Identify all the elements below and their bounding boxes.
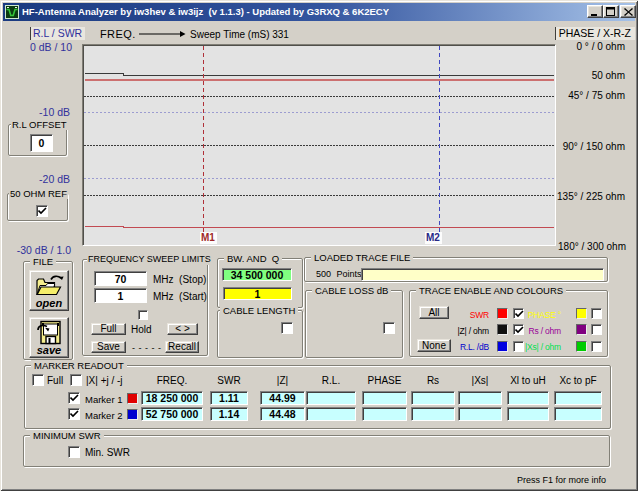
trace-file-input[interactable] xyxy=(361,268,604,281)
loaded-trace-title: LOADED TRACE FILE xyxy=(311,252,413,263)
trace--z-ohm xyxy=(85,73,119,74)
marker1-xc xyxy=(554,391,602,405)
trace-checkbox-phase[interactable] xyxy=(591,308,602,319)
marker1-freq: 18 250 000 xyxy=(141,391,203,405)
trace-swatch-xs[interactable] xyxy=(576,341,587,352)
left-axis-top-label: 0 dB / 10 xyxy=(30,41,72,53)
rl-offset-input[interactable]: 0 xyxy=(30,134,53,152)
marker2-freq: 52 750 000 xyxy=(141,407,203,421)
recall-button[interactable]: Recall xyxy=(165,341,199,353)
marker-full-checkbox[interactable] xyxy=(32,374,44,386)
col-header-xc: Xc to pF xyxy=(554,375,602,386)
start-freq-input[interactable]: 1 xyxy=(94,288,147,303)
cable-length-title: CABLE LENGTH xyxy=(220,305,298,316)
maximize-button[interactable] xyxy=(603,5,619,18)
trace-checkbox-xs[interactable] xyxy=(591,341,602,352)
save-limits-button[interactable]: Save xyxy=(91,341,126,353)
marker1-xs xyxy=(458,391,502,405)
marker1-xl xyxy=(507,391,549,405)
save-button[interactable]: save xyxy=(29,317,69,358)
open-folder-icon xyxy=(34,273,64,298)
stop-freq-input[interactable]: 70 xyxy=(94,271,147,286)
ohm-ref-checkbox[interactable] xyxy=(36,205,48,217)
marker2-swatch[interactable] xyxy=(127,409,138,420)
marker2-swr: 1.14 xyxy=(210,407,248,421)
trace-enable-group: TRACE ENABLE AND COLOURS All None SWR PH… xyxy=(409,290,608,357)
minimize-button[interactable] xyxy=(587,5,603,18)
close-icon xyxy=(624,8,633,16)
file-group: FILE open save xyxy=(23,261,73,360)
check-icon xyxy=(70,394,79,403)
trace-none-button[interactable]: None xyxy=(417,339,451,352)
updown-button[interactable]: < > xyxy=(167,323,198,335)
bw-q-title: BW. AND Q xyxy=(224,253,282,264)
app-window: HF-Antenna Analyzer by iw3hev & iw3ijz (… xyxy=(0,0,638,491)
marker1-phase xyxy=(362,391,407,405)
col-header-rl: R.L. xyxy=(306,375,356,386)
hold-label: Hold xyxy=(131,324,152,335)
gridline-ohm-75 xyxy=(84,96,554,97)
marker-xj-checkbox[interactable] xyxy=(70,374,82,386)
marker2-xl xyxy=(507,407,549,421)
status-help-text: Press F1 for more info xyxy=(517,475,606,485)
app-icon xyxy=(5,5,19,19)
trace-swr xyxy=(123,227,554,228)
left-axis-minus20: -20 dB xyxy=(39,173,70,185)
trace-enable-title: TRACE ENABLE AND COLOURS xyxy=(416,285,566,296)
trace-swatch-z[interactable] xyxy=(497,324,508,335)
cable-loss-group: CABLE LOSS dB xyxy=(305,290,403,358)
col-header-swr: SWR xyxy=(210,375,248,386)
plot-area: M1M2 xyxy=(84,46,554,244)
start-freq-label: MHz (Start) xyxy=(153,291,207,302)
cable-length-checkbox[interactable] xyxy=(281,322,293,334)
trace-all-button[interactable]: All xyxy=(419,306,449,319)
gridline-ohm-150 xyxy=(84,145,554,146)
trace-label-rl: R.L. /dB xyxy=(460,342,489,352)
cable-loss-checkbox[interactable] xyxy=(383,322,395,334)
trace-checkbox-swr[interactable] xyxy=(513,308,524,319)
marker2-z: 44.48 xyxy=(260,407,305,421)
hold-checkbox[interactable] xyxy=(138,310,148,320)
marker2-checkbox[interactable] xyxy=(68,408,80,420)
sweep-time-label: Sweep Time (mS) xyxy=(190,29,269,40)
trace--z-ohm xyxy=(123,75,554,76)
close-button[interactable] xyxy=(620,5,636,18)
bw-q-group: BW. AND Q 34 500 000 1 xyxy=(217,258,303,308)
stop-freq-label: MHz (Stop) xyxy=(153,274,206,285)
right-axis-180deg: 180° / 300 ohm xyxy=(558,241,626,252)
marker-line-m2 xyxy=(439,46,440,244)
left-axis-minus10: -10 dB xyxy=(39,106,70,118)
marker2-label: Marker 2 xyxy=(85,410,122,421)
trace-checkbox-z[interactable] xyxy=(513,324,524,335)
ohm-ref-title: 50 OHM REF xyxy=(9,188,68,199)
marker2-rl xyxy=(306,407,356,421)
right-axis-90deg: 90° / 150 ohm xyxy=(563,141,625,152)
trace-checkbox-rs[interactable] xyxy=(591,324,602,335)
trace-swatch-rl[interactable] xyxy=(497,341,508,352)
trace-swatch-rs[interactable] xyxy=(576,324,587,335)
marker2-rs xyxy=(411,407,455,421)
gridline-db-20 xyxy=(84,178,554,179)
sweep-plot[interactable]: M1M2 xyxy=(82,44,556,246)
marker-full-label: Full xyxy=(47,375,63,386)
right-axis-50ohm: 50 ohm xyxy=(592,70,625,81)
marker-readout-title: MARKER READOUT xyxy=(31,360,127,371)
trace-swatch-phase[interactable] xyxy=(576,308,587,319)
open-button[interactable]: open xyxy=(29,270,69,311)
trace-checkbox-rl[interactable] xyxy=(513,341,524,352)
freq-sweep-title: FREQUENCY SWEEP LIMITS xyxy=(87,254,212,265)
save-floppy-icon xyxy=(35,319,63,345)
min-swr-checkbox[interactable] xyxy=(68,446,80,458)
title-bar[interactable]: HF-Antenna Analyzer by iw3hev & iw3ijz (… xyxy=(3,3,635,21)
points-value: 500 xyxy=(316,269,331,279)
dashes-label: - - - - - xyxy=(132,343,162,353)
gridline-ohm-225 xyxy=(84,195,554,196)
full-button[interactable]: Full xyxy=(91,323,126,335)
marker1-swr: 1.11 xyxy=(210,391,248,405)
marker1-checkbox[interactable] xyxy=(68,392,80,404)
trace-swatch-swr[interactable] xyxy=(497,308,508,319)
right-axis-135deg: 135° / 225 ohm xyxy=(557,191,625,202)
marker1-swatch[interactable] xyxy=(127,393,138,404)
marker-line-m1 xyxy=(203,46,204,244)
check-icon xyxy=(515,326,524,335)
